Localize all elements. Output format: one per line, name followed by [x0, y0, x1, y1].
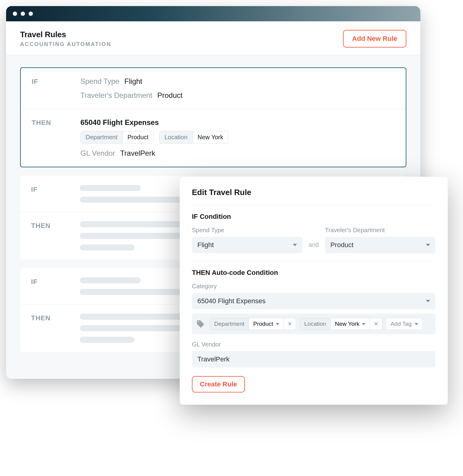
dept-select[interactable]: Product — [325, 237, 436, 253]
tag-chip-location: Location New York ✕ — [300, 318, 382, 330]
if-condition-heading: IF Condition — [192, 213, 436, 221]
page-header: Travel Rules ACCOUNTING AUTOMATION Add N… — [6, 21, 420, 55]
chip-value-select[interactable]: New York — [331, 318, 370, 330]
dept-label: Traveler's Department — [80, 91, 152, 99]
spend-type-select[interactable]: Flight — [192, 237, 302, 253]
and-conjunction: and — [309, 241, 319, 253]
skeleton-line — [80, 277, 141, 283]
skeleton-line — [80, 185, 141, 191]
tag-icon — [196, 320, 205, 328]
chip-key: Department — [210, 318, 249, 330]
skeleton-line — [80, 244, 135, 250]
condition-department: Traveler's Department Product — [80, 91, 395, 100]
chevron-down-icon — [362, 323, 366, 325]
chevron-down-icon — [426, 300, 430, 302]
dept-field-label: Traveler's Department — [325, 227, 436, 234]
tag-chip-department: Department Product ✕ — [210, 318, 296, 330]
keyword-if: IF — [31, 277, 80, 295]
window-titlebar — [6, 6, 420, 21]
edit-rule-modal: Edit Travel Rule IF Condition Spend Type… — [180, 177, 448, 405]
close-icon: ✕ — [374, 321, 378, 327]
if-condition-section: IF Condition Spend Type Flight and Trave… — [192, 205, 436, 253]
spend-type-select-value: Flight — [197, 241, 214, 249]
spend-type-label: Spend Type — [80, 77, 119, 85]
modal-title: Edit Travel Rule — [192, 188, 436, 197]
chevron-down-icon — [415, 323, 418, 325]
then-condition-heading: THEN Auto-code Condition — [192, 269, 436, 277]
dept-select-value: Product — [330, 241, 354, 249]
add-tag-button[interactable]: Add Tag — [386, 318, 423, 330]
gl-vendor-select-value: TravelPerk — [197, 355, 230, 363]
chip-value: Product — [253, 321, 273, 327]
rule-then-block: THEN 65040 Flight Expenses Department Pr… — [21, 109, 406, 167]
tag-key: Location — [160, 131, 193, 143]
keyword-then: THEN — [31, 221, 80, 250]
gl-vendor-select[interactable]: TravelPerk — [192, 351, 436, 368]
tag-val: Product — [123, 131, 154, 143]
tag-val: New York — [193, 131, 228, 143]
chip-remove-button[interactable]: ✕ — [284, 318, 296, 330]
spend-type-value: Flight — [124, 77, 142, 85]
chip-value-select[interactable]: Product — [249, 318, 283, 330]
add-new-rule-button[interactable]: Add New Rule — [343, 30, 406, 48]
chevron-down-icon — [276, 323, 279, 325]
then-gl-code: 65040 Flight Expenses — [80, 118, 395, 127]
then-tag-department: Department Product — [80, 131, 154, 144]
skeleton-line — [80, 337, 135, 343]
dept-value: Product — [157, 91, 182, 99]
keyword-then: THEN — [32, 118, 80, 158]
chip-value: New York — [335, 321, 359, 327]
create-rule-button[interactable]: Create Rule — [192, 376, 245, 393]
tag-key: Department — [81, 131, 123, 143]
gl-vendor-label: GL Vendor — [80, 149, 115, 157]
window-minimize-dot[interactable] — [21, 12, 25, 16]
keyword-then: THEN — [31, 314, 80, 343]
then-gl-vendor: GL Vendor TravelPerk — [80, 149, 395, 158]
rule-if-block: IF Spend Type Flight Traveler's Departme… — [21, 68, 406, 109]
category-field-label: Category — [192, 283, 436, 290]
tag-builder: Department Product ✕ Location New York ✕… — [192, 314, 436, 334]
page-subtitle: ACCOUNTING AUTOMATION — [20, 41, 111, 48]
chevron-down-icon — [293, 244, 297, 246]
then-tag-location: Location New York — [159, 131, 228, 144]
chip-key: Location — [300, 318, 331, 330]
gl-vendor-value: TravelPerk — [120, 149, 155, 157]
keyword-if: IF — [32, 77, 80, 100]
spend-type-field-label: Spend Type — [192, 227, 302, 234]
category-select[interactable]: 65040 Flight Expenses — [192, 293, 436, 309]
condition-spend-type: Spend Type Flight — [80, 77, 395, 86]
add-tag-label: Add Tag — [391, 321, 412, 327]
window-zoom-dot[interactable] — [29, 12, 33, 16]
keyword-if: IF — [31, 185, 80, 203]
window-close-dot[interactable] — [13, 12, 17, 16]
gl-vendor-field-label: GL Vendor — [192, 341, 436, 348]
category-select-value: 65040 Flight Expenses — [197, 297, 266, 305]
rule-card-selected[interactable]: IF Spend Type Flight Traveler's Departme… — [20, 67, 406, 167]
close-icon: ✕ — [288, 321, 292, 327]
page-title: Travel Rules — [20, 30, 111, 39]
then-condition-section: THEN Auto-code Condition Category 65040 … — [192, 261, 436, 393]
chip-remove-button[interactable]: ✕ — [370, 318, 382, 330]
chevron-down-icon — [426, 244, 430, 246]
